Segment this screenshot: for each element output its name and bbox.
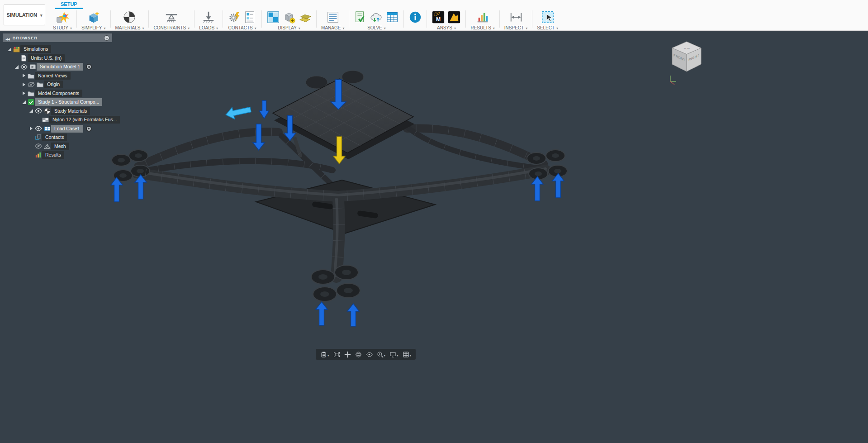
- expand-toggle-closed-icon[interactable]: [21, 91, 27, 95]
- nav-zoom-window-button[interactable]: [375, 349, 387, 359]
- toolbar-group-label[interactable]: MANAGE: [321, 25, 344, 30]
- browser-item-label[interactable]: Study Materials: [51, 107, 90, 115]
- browser-item-simulations[interactable]: Simulations: [3, 45, 112, 54]
- nav-display-settings-button[interactable]: [388, 349, 400, 359]
- browser-header[interactable]: BROWSER: [3, 33, 112, 42]
- toolbar-group-icons[interactable]: [87, 9, 100, 25]
- toolbar-group-label[interactable]: INSPECT: [504, 25, 527, 30]
- toolbar-group-results[interactable]: RESULTS: [466, 9, 498, 30]
- nav-pan-button[interactable]: [343, 350, 352, 359]
- minimize-browser-icon[interactable]: [104, 35, 109, 41]
- browser-item-label[interactable]: Origin: [44, 81, 63, 88]
- browser-item-model-components[interactable]: Model Components: [3, 89, 112, 98]
- toolbar-group-info[interactable]: [404, 9, 426, 25]
- toolbar-group-icons[interactable]: [266, 9, 312, 25]
- browser-item-load-case1[interactable]: Load Case1: [3, 124, 112, 133]
- browser-item-label[interactable]: Load Case1: [51, 125, 83, 133]
- toolbar-group-icons[interactable]: [123, 9, 136, 25]
- browser-item-label[interactable]: Model Components: [35, 90, 82, 97]
- toolbar-group-solve[interactable]: SOLVE: [350, 9, 403, 30]
- toolbar-group-icons[interactable]: [326, 9, 340, 25]
- toolbar-group-label[interactable]: SIMPLIFY: [81, 25, 106, 30]
- toolbar-group-icons[interactable]: [165, 9, 178, 25]
- activate-radio[interactable]: [86, 64, 92, 70]
- browser-item-named-views[interactable]: Named Views: [3, 71, 112, 81]
- toolbar-group-materials[interactable]: MATERIALS: [111, 9, 148, 30]
- browser-item-results[interactable]: Results: [3, 151, 112, 160]
- browser-item-origin[interactable]: Origin: [3, 80, 112, 89]
- expand-toggle-open-icon[interactable]: [14, 65, 19, 69]
- browser-item-label[interactable]: Contacts: [42, 133, 67, 141]
- browser-item-label[interactable]: Named Views: [35, 72, 71, 80]
- toolbar-group-study[interactable]: STUDY: [49, 9, 76, 30]
- browser-item-label[interactable]: Nylon 12 (with Formlabs Fus...: [49, 116, 120, 124]
- nav-grid-and-snaps-button[interactable]: [401, 349, 413, 359]
- toolbar-group-label[interactable]: STUDY: [53, 25, 72, 30]
- browser-item-label[interactable]: Simulation Model 1: [37, 63, 83, 71]
- expand-toggle-closed-icon[interactable]: [28, 127, 34, 130]
- grid-and-snaps-icon: [403, 351, 409, 358]
- browser-item-label[interactable]: Mesh: [51, 143, 69, 150]
- browser-item-units-u-s-in[interactable]: Units: U.S. (in): [3, 54, 112, 63]
- browser-item-label[interactable]: Study 1 - Structural Compo...: [35, 98, 102, 106]
- nav-clipboard-button[interactable]: [319, 349, 331, 359]
- toolbar-group-icons[interactable]: [354, 9, 399, 25]
- toolbar-group-label[interactable]: ANSYS: [437, 25, 456, 30]
- model-viewport[interactable]: BROWSER SimulationsUnits: U.S. (in)Simul…: [0, 31, 868, 443]
- toolbar-group-icons[interactable]: [228, 9, 257, 25]
- toolbar-group-label[interactable]: CONSTRAINTS: [153, 25, 190, 30]
- browser-item-label[interactable]: Results: [42, 151, 64, 159]
- folder-icon: [37, 81, 43, 88]
- nav-orbit-button[interactable]: [354, 350, 363, 359]
- browser-item-mesh[interactable]: Mesh: [3, 142, 112, 151]
- toolbar-group-icons[interactable]: [202, 9, 215, 25]
- expand-toggle-closed-icon[interactable]: [21, 74, 27, 77]
- browser-item-contacts[interactable]: Contacts: [3, 133, 112, 142]
- toolbar-group-label[interactable]: DISPLAY: [278, 25, 300, 30]
- nav-fit-button[interactable]: [332, 350, 342, 359]
- browser-item-simulation-model-1[interactable]: Simulation Model 1: [3, 62, 112, 71]
- visibility-toggle[interactable]: [27, 82, 36, 87]
- browser-item-study-materials[interactable]: Study Materials: [3, 107, 112, 116]
- activate-radio[interactable]: [86, 126, 92, 132]
- toolbar-group-ansys[interactable]: MANSYS: [427, 9, 465, 30]
- expand-toggle-open-icon[interactable]: [28, 109, 34, 113]
- collapse-panel-icon[interactable]: [5, 34, 9, 42]
- toolbar-group-select[interactable]: SELECT: [533, 9, 562, 30]
- toolbar-group-loads[interactable]: LOADS: [195, 9, 222, 30]
- toolbar-group-contacts[interactable]: CONTACTS: [223, 9, 261, 30]
- nav-look-at-button[interactable]: [365, 350, 374, 359]
- expand-toggle-open-icon[interactable]: [6, 48, 12, 51]
- toolbar-group-label[interactable]: CONTACTS: [228, 25, 256, 30]
- visibility-toggle[interactable]: [19, 64, 28, 70]
- tab-setup[interactable]: SETUP: [55, 0, 83, 9]
- visibility-toggle[interactable]: [34, 126, 43, 131]
- toolbar-group-label[interactable]: MATERIALS: [115, 25, 144, 30]
- browser-item-label[interactable]: Simulations: [20, 45, 51, 53]
- browser-item-label[interactable]: Units: U.S. (in): [28, 54, 65, 62]
- toolbar-group-icons[interactable]: [408, 9, 422, 25]
- toolbar-group-icons[interactable]: [541, 9, 555, 25]
- toolbar-group-label[interactable]: RESULTS: [470, 25, 494, 30]
- toolbar-group-display[interactable]: DISPLAY: [262, 9, 316, 30]
- browser-item-study-1-structural-compo[interactable]: Study 1 - Structural Compo...: [3, 98, 112, 107]
- toolbar-group-label[interactable]: SOLVE: [367, 25, 386, 30]
- browser-item-nylon-12-with-formlabs-fus[interactable]: Nylon 12 (with Formlabs Fus...: [3, 115, 112, 124]
- toolbar-group-icons[interactable]: M: [432, 9, 461, 25]
- toolbar-separator: [499, 10, 500, 28]
- expand-toggle-open-icon[interactable]: [21, 100, 27, 104]
- toolbar-group-constraints[interactable]: CONSTRAINTS: [149, 9, 194, 30]
- toolbar-group-icons[interactable]: [476, 9, 489, 25]
- view-cube[interactable]: TOP FRONT RIGHT: [668, 38, 707, 89]
- visibility-toggle[interactable]: [34, 108, 43, 114]
- toolbar-group-inspect[interactable]: INSPECT: [500, 9, 531, 30]
- toolbar-group-icons[interactable]: [56, 9, 69, 25]
- toolbar-group-simplify[interactable]: SIMPLIFY: [77, 9, 110, 30]
- workspace-switcher[interactable]: SIMULATION: [4, 5, 45, 25]
- expand-toggle-closed-icon[interactable]: [21, 83, 27, 86]
- toolbar-group-label[interactable]: SELECT: [537, 25, 558, 30]
- visibility-toggle[interactable]: [34, 143, 43, 149]
- toolbar-group-label[interactable]: LOADS: [199, 25, 218, 30]
- toolbar-group-manage[interactable]: MANAGE: [317, 9, 348, 30]
- toolbar-group-icons[interactable]: [509, 9, 523, 25]
